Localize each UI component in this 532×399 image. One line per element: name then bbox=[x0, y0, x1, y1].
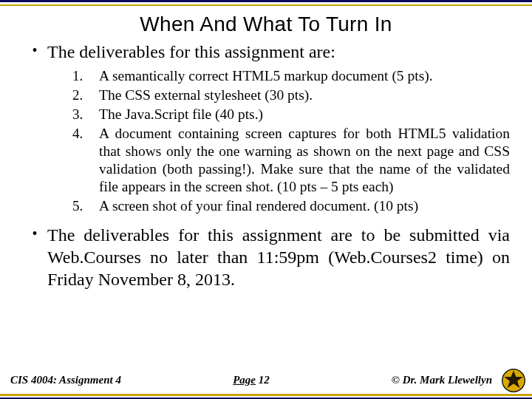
bullet-dot-icon: • bbox=[22, 41, 47, 60]
list-number: 3. bbox=[72, 106, 99, 123]
ucf-logo-icon bbox=[501, 368, 526, 393]
bullet-text: The deliverables for this assignment are… bbox=[47, 224, 510, 290]
list-item: 2. The CSS external stylesheet (30 pts). bbox=[72, 86, 510, 104]
slide-title: When And What To Turn In bbox=[22, 13, 510, 36]
slide-content: When And What To Turn In • The deliverab… bbox=[0, 10, 532, 364]
list-text: A document containing screen captures fo… bbox=[99, 125, 510, 196]
list-number: 4. bbox=[72, 125, 99, 143]
list-item: 5. A screen shot of your final rendered … bbox=[72, 197, 510, 215]
list-item: 4. A document containing screen captures… bbox=[72, 125, 510, 196]
list-text: A semantically correct HTML5 markup docu… bbox=[99, 67, 510, 85]
list-item: 3. The Java.Script file (40 pts.) bbox=[72, 106, 510, 123]
bullet-text: The deliverables for this assignment are… bbox=[47, 41, 510, 63]
list-item: 1. A semantically correct HTML5 markup d… bbox=[72, 67, 510, 85]
list-text: The Java.Script file (40 pts.) bbox=[99, 106, 510, 123]
ordered-list: 1. A semantically correct HTML5 markup d… bbox=[72, 67, 510, 215]
bullet-dot-icon: • bbox=[22, 224, 47, 243]
slide-footer: CIS 4004: Assignment 4 Page 12 © Dr. Mar… bbox=[0, 369, 532, 391]
slide: When And What To Turn In • The deliverab… bbox=[0, 0, 532, 399]
list-text: A screen shot of your final rendered doc… bbox=[99, 197, 510, 215]
bullet-item: • The deliverables for this assignment a… bbox=[22, 224, 510, 290]
list-number: 2. bbox=[72, 86, 99, 104]
bullet-item: • The deliverables for this assignment a… bbox=[22, 41, 510, 63]
footer-author: © Dr. Mark Llewellyn bbox=[330, 374, 525, 386]
list-text: The CSS external stylesheet (30 pts). bbox=[99, 86, 510, 104]
bottom-accent-bar bbox=[0, 394, 532, 396]
list-number: 1. bbox=[72, 67, 99, 85]
footer-course: CIS 4004: Assignment 4 bbox=[7, 374, 173, 386]
footer-page: Page 12 bbox=[173, 374, 330, 386]
footer-page-label: Page bbox=[233, 374, 256, 386]
list-number: 5. bbox=[72, 197, 99, 215]
top-accent-bar bbox=[0, 4, 532, 6]
footer-page-number: 12 bbox=[259, 374, 270, 386]
